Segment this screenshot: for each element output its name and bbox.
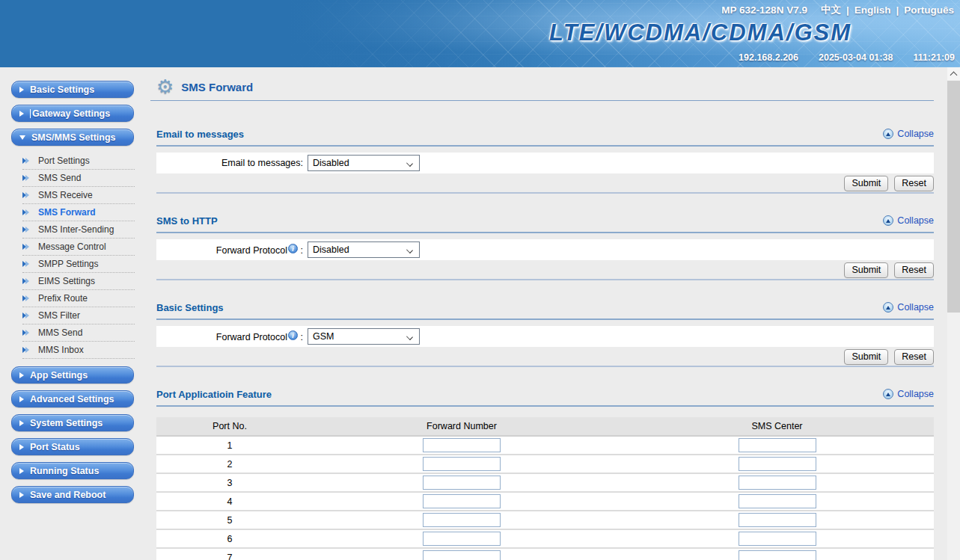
sidebar-item-system-settings[interactable]: System Settings <box>11 414 134 431</box>
sidebar-item-label: App Settings <box>30 370 88 381</box>
submit-button[interactable]: Submit <box>844 262 888 278</box>
language-separator: | <box>896 4 899 16</box>
port-number: 6 <box>156 534 303 544</box>
language-link-chinese[interactable]: 中文 <box>821 3 841 16</box>
sidebar-item-port-status[interactable]: Port Status <box>11 438 134 455</box>
column-header-forward-number: Forward Number <box>303 421 620 431</box>
reset-button[interactable]: Reset <box>894 262 934 278</box>
port-number: 5 <box>156 515 303 526</box>
sidebar-item-message-control[interactable]: Message Control <box>22 239 135 256</box>
sidebar-item-app-settings[interactable]: App Settings <box>11 366 134 384</box>
sidebar-item-sms-inter-sending[interactable]: SMS Inter-Sending <box>22 221 135 239</box>
sms-center-input[interactable] <box>739 494 816 508</box>
chevron-down-icon <box>406 160 413 167</box>
collapse-toggle[interactable]: Collapse <box>883 129 934 139</box>
language-link-portuguese[interactable]: Português <box>904 4 954 16</box>
chevron-down-icon <box>406 333 413 340</box>
sidebar-item-sms-mms-settings[interactable]: SMS/MMS Settings <box>11 129 134 146</box>
collapse-toggle[interactable]: Collapse <box>883 215 934 226</box>
section-bottom-divider <box>156 279 934 280</box>
sms-center-input[interactable] <box>739 476 816 490</box>
sms-center-input[interactable] <box>739 438 816 452</box>
collapse-label: Collapse <box>897 389 934 399</box>
forward-number-input[interactable] <box>423 513 501 527</box>
sidebar-item-basic-settings[interactable]: Basic Settings <box>11 81 134 98</box>
port-table: Port No. Forward Number SMS Center 1 2 3 <box>156 417 934 560</box>
sidebar-item-save-and-reboot[interactable]: Save and Reboot <box>11 486 134 503</box>
info-icon[interactable]: i <box>288 244 298 253</box>
forward-number-input[interactable] <box>423 550 501 560</box>
reset-button[interactable]: Reset <box>894 349 934 365</box>
sidebar-item-sms-forward[interactable]: SMS Forward <box>22 204 135 221</box>
forward-number-input[interactable] <box>423 494 501 508</box>
sms-to-http-protocol-select[interactable]: Disabled <box>308 241 420 258</box>
column-header-sms-center: SMS Center <box>620 421 934 431</box>
submit-button[interactable]: Submit <box>844 349 888 365</box>
email-to-messages-label: Email to messages: <box>156 158 303 168</box>
sidebar-item-sms-receive[interactable]: SMS Receive <box>22 187 135 204</box>
email-to-messages-select[interactable]: Disabled <box>308 155 420 171</box>
column-header-port-no: Port No. <box>156 421 303 431</box>
scroll-up-button[interactable] <box>947 67 960 80</box>
info-icon[interactable]: i <box>288 330 298 340</box>
section-title: SMS to HTTP <box>156 215 218 227</box>
submenu-label: Message Control <box>38 241 106 252</box>
sidebar-item-smpp-settings[interactable]: SMPP Settings <box>22 256 135 273</box>
chevron-right-icon <box>19 444 24 450</box>
collapse-toggle[interactable]: Collapse <box>883 302 934 313</box>
sms-center-input[interactable] <box>739 457 816 471</box>
chevron-right-icon <box>19 372 24 378</box>
sms-center-input[interactable] <box>739 550 816 560</box>
sidebar-item-eims-settings[interactable]: EIMS Settings <box>22 273 135 290</box>
sidebar-item-mms-inbox[interactable]: MMS Inbox <box>22 342 135 359</box>
chevron-right-icon <box>19 87 24 93</box>
sidebar-item-running-status[interactable]: Running Status <box>11 462 134 479</box>
double-arrow-icon <box>22 346 31 354</box>
submit-button[interactable]: Submit <box>844 176 888 191</box>
collapse-arrow-icon <box>883 302 893 313</box>
sidebar-item-prefix-route[interactable]: Prefix Route <box>22 290 135 307</box>
double-arrow-icon <box>22 295 31 302</box>
double-arrow-icon <box>22 329 31 336</box>
collapse-toggle[interactable]: Collapse <box>883 389 934 399</box>
forward-number-input[interactable] <box>423 476 501 490</box>
double-arrow-icon <box>22 243 31 250</box>
submenu-label: Port Settings <box>38 156 90 166</box>
sidebar-item-sms-send[interactable]: SMS Send <box>22 170 135 187</box>
submenu-label: SMS Forward <box>38 207 96 218</box>
language-link-english[interactable]: English <box>854 4 891 16</box>
double-arrow-icon <box>22 260 31 268</box>
double-arrow-icon <box>22 157 31 164</box>
section-basic-settings: Basic Settings Collapse Forward Protocol… <box>156 300 934 367</box>
sidebar-item-port-settings[interactable]: Port Settings <box>22 153 135 170</box>
collapse-label: Collapse <box>897 129 934 139</box>
table-row: 7 <box>156 549 934 560</box>
sidebar-item-sms-filter[interactable]: SMS Filter <box>22 307 135 324</box>
sidebar-item-gateway-settings[interactable]: Gateway Settings <box>11 105 134 122</box>
current-datetime: 2025-03-04 01:38 <box>819 52 893 63</box>
forward-number-input[interactable] <box>423 438 501 452</box>
section-divider <box>156 232 934 233</box>
device-ip-address: 192.168.2.206 <box>739 52 798 63</box>
submenu-label: SMS Send <box>38 173 81 183</box>
sidebar-item-advanced-settings[interactable]: Advanced Settings <box>11 390 134 407</box>
reset-button[interactable]: Reset <box>894 176 934 191</box>
basic-settings-protocol-select[interactable]: GSM <box>308 328 420 345</box>
sms-center-input[interactable] <box>739 513 816 527</box>
double-arrow-icon <box>22 226 31 233</box>
sidebar-item-label: System Settings <box>30 418 103 428</box>
double-arrow-icon <box>22 174 31 182</box>
submenu-label: EIMS Settings <box>38 276 95 286</box>
sms-center-input[interactable] <box>739 532 816 546</box>
section-bottom-divider <box>156 366 934 367</box>
section-divider <box>156 319 934 320</box>
text-caret <box>30 109 31 118</box>
forward-number-input[interactable] <box>423 457 501 471</box>
section-title: Port Applicatioin Feature <box>156 389 272 400</box>
scrollbar-thumb[interactable] <box>947 81 960 313</box>
network-modes-tagline: LTE/WCDMA/CDMA/GSM <box>549 19 852 46</box>
forward-number-input[interactable] <box>423 532 501 546</box>
section-title: Basic Settings <box>156 302 224 313</box>
sidebar-item-mms-send[interactable]: MMS Send <box>22 324 135 342</box>
double-arrow-icon <box>22 312 31 319</box>
